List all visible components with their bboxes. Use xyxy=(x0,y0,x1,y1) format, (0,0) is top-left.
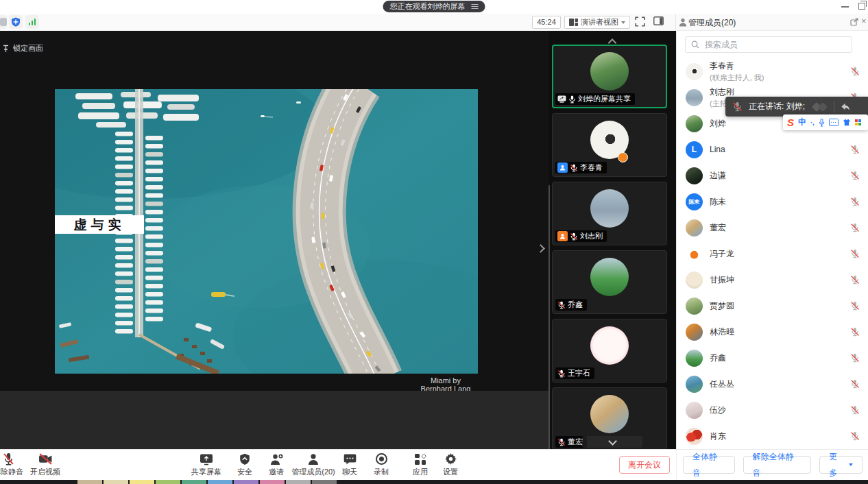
ime-voice-icon[interactable] xyxy=(819,119,825,127)
avatar xyxy=(590,326,629,365)
tile-name: 董宏 xyxy=(568,437,583,447)
network-signal-icon[interactable] xyxy=(25,15,39,29)
view-mode-button[interactable]: 演讲者视图 xyxy=(564,16,630,29)
member-muted-mic-icon[interactable] xyxy=(850,171,860,180)
ime-keyboard-icon[interactable] xyxy=(829,119,839,126)
settings-button[interactable]: 设置 xyxy=(426,452,474,477)
member-row[interactable]: 陈未 陈未 xyxy=(677,189,868,215)
member-row[interactable]: 贾梦圆 xyxy=(677,293,868,319)
toast-muted-mic-icon[interactable] xyxy=(732,101,743,112)
member-row[interactable]: 肖东 xyxy=(677,423,868,449)
security-shield-icon[interactable] xyxy=(9,15,23,29)
strip-collapse-arrow[interactable] xyxy=(538,242,544,254)
member-muted-mic-icon[interactable] xyxy=(850,431,860,441)
start-video-button[interactable]: 开启视频 xyxy=(21,452,69,477)
search-input[interactable] xyxy=(703,39,846,50)
tile-name-chip: 刘烨的屏幕共享 xyxy=(555,93,635,105)
video-tile[interactable]: 王宇石 xyxy=(552,319,667,383)
member-row[interactable]: L Lina xyxy=(677,136,868,162)
more-button[interactable]: 更多 xyxy=(819,456,863,474)
member-name: 任丛丛 xyxy=(710,378,734,390)
ime-toolbar: S 中 ·, xyxy=(783,114,868,130)
window-minimize-button[interactable] xyxy=(841,6,849,8)
bottom-toolbar: 解除静音 开启视频 共享屏幕 安全 邀请 xyxy=(0,449,868,480)
side-panel-toggle-button[interactable] xyxy=(653,16,664,25)
member-search-box[interactable] xyxy=(685,36,852,53)
member-row[interactable]: 伍沙 xyxy=(677,397,868,423)
member-muted-mic-icon[interactable] xyxy=(850,327,860,337)
tile-name-chip: 乔鑫 xyxy=(555,299,587,311)
panel-popout-icon[interactable] xyxy=(850,18,858,26)
member-row[interactable]: 林浩曈 xyxy=(677,319,868,345)
window-restore-button[interactable] xyxy=(858,3,865,10)
mute-all-button[interactable]: 全体静音 xyxy=(683,456,735,474)
ime-language-toggle[interactable]: 中 xyxy=(798,117,806,128)
security-shield-icon xyxy=(239,453,250,465)
watching-banner-text: 您正在观看刘烨的屏幕 xyxy=(390,1,466,12)
member-row[interactable]: 任丛丛 xyxy=(677,371,868,397)
toast-reply-arrow-icon[interactable] xyxy=(840,102,850,112)
member-name: 甘振坤 xyxy=(710,274,734,286)
avatar xyxy=(590,258,629,296)
video-tile[interactable]: 乔鑫 xyxy=(552,250,667,314)
fullscreen-button[interactable] xyxy=(635,16,645,27)
member-muted-mic-icon[interactable] xyxy=(850,145,860,154)
leave-meeting-button[interactable]: 离开会议 xyxy=(619,456,670,474)
member-muted-mic-icon[interactable] xyxy=(850,301,860,311)
person-icon xyxy=(308,453,319,465)
member-row[interactable]: 乔鑫 xyxy=(677,345,868,371)
ime-toolbox-icon[interactable] xyxy=(855,119,861,125)
member-row[interactable]: 边谦 xyxy=(677,162,868,189)
strip-scroll-down-button[interactable] xyxy=(582,436,642,448)
avatar: L xyxy=(686,141,703,158)
meeting-app-window: 您正在观看刘烨的屏幕 45:24 演讲者视图 管理成员(20) xyxy=(0,0,868,484)
avatar: 陈未 xyxy=(686,193,703,210)
member-name: 边谦 xyxy=(710,170,726,182)
member-muted-mic-icon[interactable] xyxy=(850,275,860,285)
member-muted-mic-icon[interactable] xyxy=(850,379,860,389)
invite-person-icon xyxy=(269,453,284,465)
ime-skin-icon[interactable] xyxy=(843,119,851,126)
member-muted-mic-icon[interactable] xyxy=(850,353,860,363)
member-name: 林浩曈 xyxy=(710,326,734,338)
avatar xyxy=(590,395,629,433)
member-name: 伍沙 xyxy=(710,404,726,416)
avatar xyxy=(686,89,703,106)
top-toolbar: 45:24 演讲者视图 管理成员(20) × xyxy=(0,14,868,31)
member-row[interactable]: 董宏 xyxy=(677,215,868,241)
panel-close-icon[interactable]: × xyxy=(861,16,867,26)
video-tile[interactable]: 李春青 xyxy=(552,113,667,177)
pin-icon xyxy=(2,45,10,53)
tile-name: 刘志刚 xyxy=(580,231,603,241)
member-muted-mic-icon[interactable] xyxy=(850,197,860,206)
slide-title-box: 虚与实 xyxy=(55,215,144,234)
tile-name-chip: 刘志刚 xyxy=(555,230,607,242)
member-muted-mic-icon[interactable] xyxy=(850,405,860,415)
member-row[interactable]: 李春青 (联席主持人, 我) xyxy=(677,58,868,84)
sogou-logo-icon[interactable]: S xyxy=(787,117,794,128)
member-muted-mic-icon[interactable] xyxy=(850,249,860,258)
muted-mic-icon xyxy=(570,232,578,241)
gear-icon xyxy=(445,453,457,465)
apps-grid-icon xyxy=(415,454,426,465)
banner-menu-icon[interactable] xyxy=(472,4,479,9)
member-muted-mic-icon[interactable] xyxy=(850,223,860,232)
strip-scrollbar[interactable] xyxy=(548,185,550,451)
watching-banner[interactable]: 您正在观看刘烨的屏幕 xyxy=(383,1,485,12)
os-taskbar-sliver[interactable] xyxy=(0,480,868,484)
video-tile[interactable]: 刘志刚 xyxy=(552,182,667,245)
toast-watermark-icon xyxy=(812,102,830,112)
video-tile[interactable]: 刘烨的屏幕共享 xyxy=(552,45,667,108)
record-icon xyxy=(376,453,387,465)
chevron-down-icon xyxy=(849,463,853,466)
lock-screen-button[interactable]: 锁定画面 xyxy=(0,41,50,56)
ime-punctuation-toggle[interactable]: ·, xyxy=(810,119,815,126)
member-muted-mic-icon[interactable] xyxy=(850,66,860,76)
member-name: 刘烨 xyxy=(710,118,726,130)
member-row[interactable]: 冯子龙 xyxy=(677,241,868,267)
avatar xyxy=(686,428,703,445)
clipped-toolbar-icon[interactable] xyxy=(0,15,7,29)
avatar xyxy=(686,219,703,237)
unmute-all-button[interactable]: 解除全体静音 xyxy=(743,456,812,474)
member-row[interactable]: 甘振坤 xyxy=(677,267,868,293)
